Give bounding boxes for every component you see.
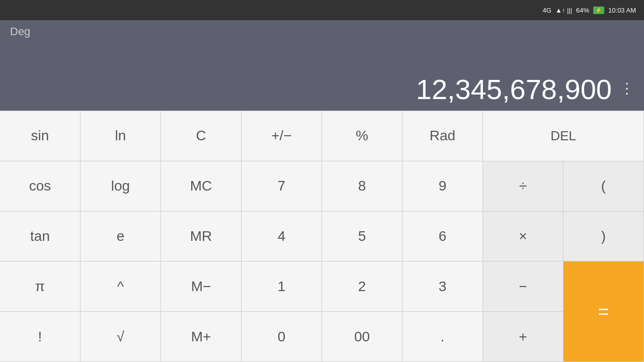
pi-button[interactable]: π [0,261,80,312]
log-button[interactable]: log [80,161,161,212]
menu-button[interactable]: ⋮ [620,80,634,97]
rad-button[interactable]: Rad [403,111,483,161]
display-value: 12,345,678,900 [416,73,612,106]
three-button[interactable]: 3 [403,261,483,312]
add-button[interactable]: + [483,312,564,362]
open-paren-button[interactable]: ( [564,161,644,212]
cos-button[interactable]: cos [0,161,80,212]
clock: 10:03 AM [608,7,636,14]
factorial-button[interactable]: ! [0,312,80,362]
battery-icon: ⚡ [593,7,604,14]
four-button[interactable]: 4 [242,212,322,262]
eight-button[interactable]: 8 [322,161,403,212]
clear-button[interactable]: C [161,111,242,161]
calculator-keypad: sin ln C +/− % Rad DEL cos log MC 7 8 9 … [0,111,644,362]
percent-button[interactable]: % [322,111,403,161]
battery-percent: 64% [576,7,589,14]
two-button[interactable]: 2 [322,261,403,312]
tan-button[interactable]: tan [0,212,80,262]
power-button[interactable]: ^ [80,261,161,312]
network-indicator: 4G [543,7,551,14]
angle-mode-label: Deg [10,25,634,38]
sin-button[interactable]: sin [0,111,80,161]
mc-button[interactable]: MC [161,161,242,212]
status-bar: 4G ▲↑ ||| 64% ⚡ 10:03 AM [0,0,644,20]
e-button[interactable]: e [80,212,161,262]
equals-button[interactable]: = [564,261,644,362]
six-button[interactable]: 6 [403,212,483,262]
close-paren-button[interactable]: ) [564,212,644,262]
zero-button[interactable]: 0 [242,312,322,362]
signal-bars: ▲↑ ||| [555,7,572,14]
ln-button[interactable]: ln [80,111,161,161]
double-zero-button[interactable]: 00 [322,312,403,362]
m-minus-button[interactable]: M− [161,261,242,312]
seven-button[interactable]: 7 [242,161,322,212]
m-plus-button[interactable]: M+ [161,312,242,362]
del-button[interactable]: DEL [483,111,644,161]
divide-button[interactable]: ÷ [483,161,564,212]
mr-button[interactable]: MR [161,212,242,262]
decimal-button[interactable]: . [403,312,483,362]
sqrt-button[interactable]: √ [80,312,161,362]
calculator-display: Deg 12,345,678,900 ⋮ [0,20,644,111]
multiply-button[interactable]: × [483,212,564,262]
subtract-button[interactable]: − [483,261,564,312]
plus-minus-button[interactable]: +/− [242,111,322,161]
nine-button[interactable]: 9 [403,161,483,212]
one-button[interactable]: 1 [242,261,322,312]
five-button[interactable]: 5 [322,212,403,262]
